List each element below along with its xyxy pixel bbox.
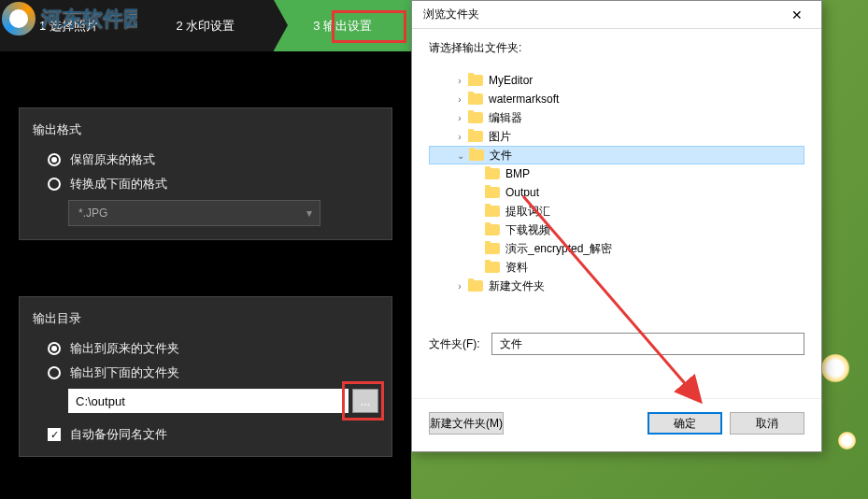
folder-icon [485, 168, 500, 179]
button-label: 新建文件夹(M) [430, 416, 503, 432]
flower-decor [835, 429, 859, 452]
folder-tree[interactable]: ›MyEditor›watermarksoft›编辑器›图片⌄文件BMPOutp… [429, 67, 804, 320]
step-label: 2 水印设置 [177, 18, 235, 35]
tree-item-label: MyEditor [489, 74, 533, 87]
folder-name-input[interactable] [491, 333, 804, 355]
highlight-box [342, 381, 384, 421]
radio-icon [48, 366, 61, 379]
expander-icon: › [453, 76, 466, 86]
radio-label: 保留原来的格式 [70, 151, 155, 168]
tree-item[interactable]: 下载视频 [429, 221, 804, 239]
dialog-title: 浏览文件夹 [423, 7, 479, 22]
folder-icon [468, 131, 483, 142]
site-watermark: 河东软件园 [2, 2, 144, 36]
radio-label: 输出到原来的文件夹 [70, 340, 179, 357]
tree-item[interactable]: ›编辑器 [429, 108, 804, 127]
folder-icon [468, 280, 483, 292]
radio-label: 转换成下面的格式 [70, 176, 167, 192]
panel-title: 输出格式 [33, 121, 378, 138]
tree-item[interactable]: ›watermarksoft [429, 90, 804, 108]
folder-icon [485, 187, 500, 198]
tree-item-label: 文件 [490, 148, 512, 164]
browse-folder-dialog: 浏览文件夹 ✕ 请选择输出文件夹: ›MyEditor›watermarksof… [411, 0, 822, 452]
output-format-panel: 输出格式 保留原来的格式 转换成下面的格式 *.JPG [19, 107, 392, 240]
tree-item[interactable]: 演示_encrypted_解密 [429, 239, 804, 258]
expander-icon: › [453, 281, 466, 292]
tree-item[interactable]: ⌄文件 [429, 146, 804, 164]
dialog-prompt: 请选择输出文件夹: [412, 29, 821, 62]
new-folder-button[interactable]: 新建文件夹(M) [429, 412, 504, 435]
title-bar: 浏览文件夹 ✕ [412, 1, 821, 29]
button-label: 取消 [756, 416, 778, 432]
button-label: 确定 [674, 416, 696, 432]
tree-item[interactable]: ›图片 [429, 127, 804, 146]
radio-icon [48, 153, 61, 166]
tree-item[interactable]: ›MyEditor [429, 71, 804, 90]
folder-icon [468, 93, 483, 105]
radio-keep-original[interactable]: 保留原来的格式 [48, 151, 378, 168]
logo-icon [2, 2, 36, 36]
tree-item-label: 资料 [505, 260, 528, 276]
path-row: ... [68, 389, 378, 413]
folder-icon [468, 112, 483, 123]
close-icon: ✕ [791, 7, 803, 22]
folder-icon [468, 75, 483, 86]
radio-icon [48, 178, 61, 191]
format-select[interactable]: *.JPG [68, 200, 320, 226]
flower-decor [817, 349, 854, 387]
radio-convert[interactable]: 转换成下面的格式 [48, 176, 378, 192]
highlight-box [332, 10, 406, 43]
folder-icon [485, 262, 500, 273]
tree-item-label: watermarksoft [489, 93, 559, 106]
folder-icon [469, 150, 484, 161]
tree-item-label: BMP [505, 167, 530, 180]
tree-item-label: 图片 [489, 129, 511, 145]
check-icon: ✓ [48, 428, 61, 441]
output-dir-panel: 输出目录 输出到原来的文件夹 输出到下面的文件夹 ... ✓ 自动备份同名文件 [19, 296, 392, 457]
dialog-buttons: 新建文件夹(M) 确定 取消 [412, 398, 821, 451]
tree-item-label: 演示_encrypted_解密 [505, 241, 612, 257]
cancel-button[interactable]: 取消 [730, 412, 804, 435]
tree-item-label: Output [505, 186, 539, 199]
tree-item-label: 提取词汇 [505, 204, 550, 220]
close-button[interactable]: ✕ [778, 4, 816, 26]
radio-icon [48, 342, 61, 355]
tree-item[interactable]: Output [429, 183, 804, 202]
expander-icon: › [453, 113, 466, 123]
expander-icon: ⌄ [454, 150, 467, 161]
radio-to-below[interactable]: 输出到下面的文件夹 [48, 364, 378, 381]
radio-label: 输出到下面的文件夹 [70, 364, 179, 381]
panel-title: 输出目录 [33, 310, 378, 327]
folder-icon [485, 224, 500, 235]
tree-item-label: 下载视频 [505, 222, 550, 238]
folder-name-row: 文件夹(F): [412, 325, 821, 363]
radio-to-original[interactable]: 输出到原来的文件夹 [48, 340, 378, 357]
folder-icon [485, 243, 500, 254]
tree-item-label: 编辑器 [489, 110, 522, 126]
check-label: 自动备份同名文件 [70, 426, 167, 443]
step-2[interactable]: 2 水印设置 [137, 0, 275, 51]
tree-item[interactable]: 资料 [429, 258, 804, 277]
tree-item-label: 新建文件夹 [489, 278, 545, 294]
output-path-input[interactable] [68, 389, 349, 413]
expander-icon: › [453, 94, 466, 105]
expander-icon: › [453, 132, 466, 142]
tree-item[interactable]: BMP [429, 164, 804, 183]
tree-item[interactable]: 提取词汇 [429, 202, 804, 221]
app-panel: 1 选择照片 2 水印设置 3 输出设置 输出格式 保留原来的格式 转换成下面的… [0, 0, 411, 499]
select-value: *.JPG [78, 207, 107, 220]
folder-icon [485, 206, 500, 217]
folder-label: 文件夹(F): [429, 336, 480, 352]
ok-button[interactable]: 确定 [647, 412, 722, 435]
backup-checkbox[interactable]: ✓ 自动备份同名文件 [48, 426, 378, 443]
tree-item[interactable]: ›新建文件夹 [429, 277, 804, 295]
logo-text: 河东软件园 [41, 5, 144, 33]
